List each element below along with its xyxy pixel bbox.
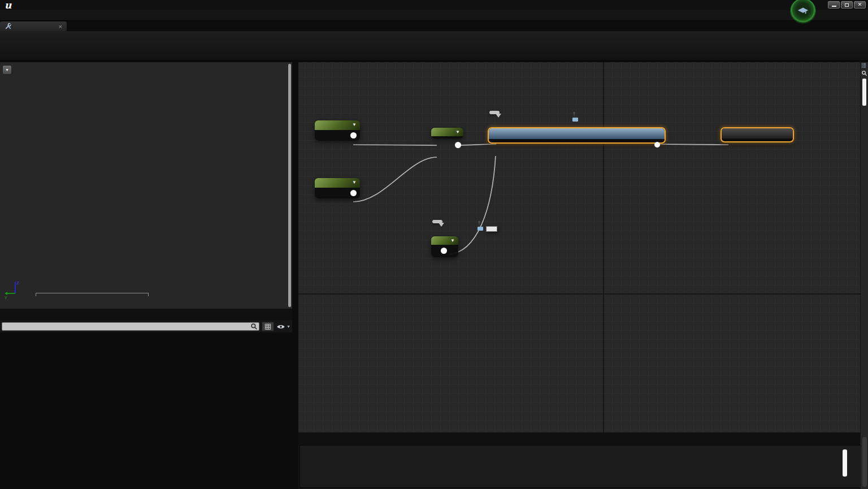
main-area: ▼ Z Y: [0, 61, 868, 489]
comment-bubble-debug-function[interactable]: [489, 111, 500, 114]
bubble-zoom-icon: [572, 118, 578, 122]
svg-text:Z: Z: [16, 280, 19, 285]
stats-tab-bar: [298, 432, 868, 445]
chevron-down-icon: ▼: [287, 324, 290, 328]
chevron-down-icon[interactable]: ▼: [352, 122, 357, 127]
window-controls: ✕: [828, 1, 866, 8]
wrench-icon: [5, 23, 12, 30]
bubble-zoom-icon: [478, 227, 483, 231]
chevron-down-icon[interactable]: ▼: [352, 180, 357, 185]
eye-icon: [276, 322, 285, 331]
details-panel-background: [0, 332, 292, 489]
unreal-logo-icon: u: [2, 0, 16, 10]
palette-list-icon[interactable]: [861, 62, 868, 68]
tab-close-icon[interactable]: ×: [59, 23, 62, 30]
scale-bar: [36, 293, 149, 296]
stats-scrollbar[interactable]: [843, 449, 847, 477]
stats-output: [300, 445, 867, 488]
panel-splitter[interactable]: [292, 61, 298, 489]
dropdown-caret-icon: ▼: [5, 68, 9, 72]
node-debug-scalar-values[interactable]: [488, 127, 666, 144]
details-search-row: ▼: [0, 321, 292, 332]
pushpin-icon: [476, 220, 484, 227]
node-title: [722, 128, 793, 139]
minimize-button[interactable]: [828, 1, 840, 8]
node-step[interactable]: ▼: [431, 128, 463, 139]
details-tab-bar: [0, 309, 292, 321]
palette-search-icon[interactable]: [861, 70, 867, 76]
output-pin[interactable]: [455, 142, 461, 148]
search-box: [2, 322, 259, 331]
chevron-down-icon[interactable]: ▼: [450, 238, 455, 243]
close-icon: ✕: [858, 2, 862, 7]
material-graph-canvas[interactable]: ▼ ▼: [298, 62, 868, 432]
axis-gizmo-icon: Z Y: [3, 279, 25, 300]
grid-icon: [264, 323, 272, 331]
chevron-down-icon[interactable]: ▼: [455, 129, 460, 135]
output-pin[interactable]: [350, 132, 357, 139]
output-pin[interactable]: [350, 190, 357, 196]
titlebar: u ✕: [0, 0, 868, 10]
menubar: [0, 10, 868, 21]
palette-strip[interactable]: [860, 62, 868, 489]
node-material-output[interactable]: [721, 127, 794, 142]
main-toolbar: [0, 31, 868, 61]
output-pin[interactable]: [441, 248, 447, 254]
comment-bubble-max-digits[interactable]: [432, 220, 442, 223]
node-title: [489, 128, 665, 139]
viewport-options-dropdown[interactable]: ▼: [2, 65, 12, 75]
node-x-param[interactable]: ▼: [315, 178, 360, 198]
unreal-material-editor-window: u ✕ ×: [0, 0, 868, 489]
search-icon: [250, 323, 258, 330]
graduation-cap-icon: [797, 5, 809, 18]
property-matrix-button[interactable]: [262, 322, 274, 331]
preview-viewport[interactable]: ▼ Z Y: [0, 62, 292, 309]
bubble-pin-button[interactable]: [571, 111, 579, 122]
bubble-pin-tooltip: [486, 226, 497, 232]
restore-icon: [845, 3, 849, 7]
search-details-input[interactable]: [2, 322, 259, 331]
palette-scrollbar-thumb-lower[interactable]: [862, 437, 867, 487]
pushpin-icon: [571, 111, 579, 118]
graph-wires: [298, 62, 868, 432]
node-y-param[interactable]: ▼: [315, 120, 360, 141]
close-button[interactable]: ✕: [854, 1, 866, 8]
svg-text:u: u: [5, 0, 12, 10]
toolbar-tabstrip: ×: [0, 21, 868, 31]
restore-button[interactable]: [841, 1, 853, 8]
minimize-icon: [832, 6, 836, 7]
viewport-scrollbar[interactable]: [288, 64, 291, 307]
output-pin[interactable]: [654, 142, 660, 148]
view-options-button[interactable]: ▼: [276, 322, 290, 331]
stats-panel: [298, 432, 868, 489]
toolbar-tab[interactable]: ×: [0, 21, 67, 31]
viewport-toolbar: ▼: [2, 65, 16, 75]
bubble-pin-button[interactable]: [476, 220, 484, 231]
palette-scrollbar-thumb[interactable]: [862, 79, 866, 106]
svg-text:Y: Y: [5, 295, 8, 300]
node-constant-5[interactable]: ▼: [431, 236, 458, 257]
